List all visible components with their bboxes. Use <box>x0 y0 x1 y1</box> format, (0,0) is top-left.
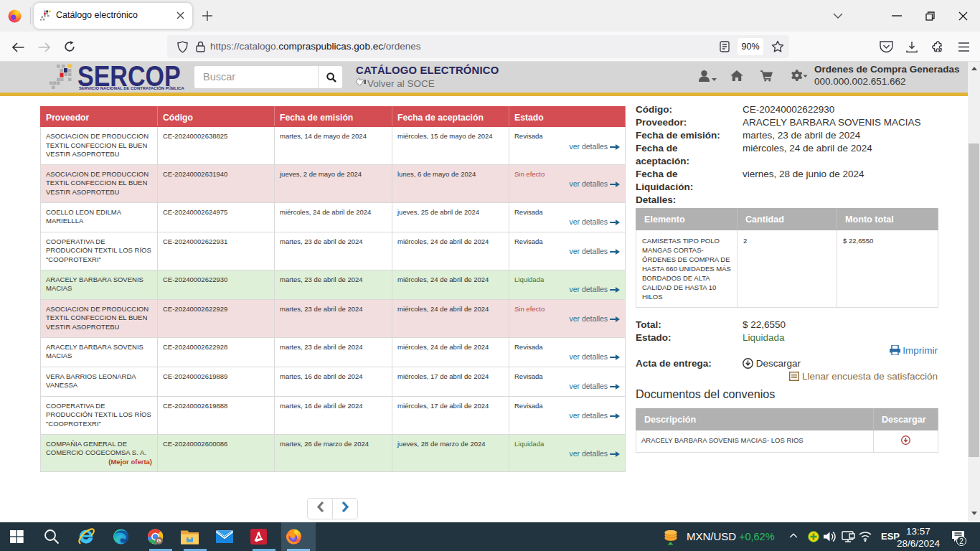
svg-text:G: G <box>157 537 161 544</box>
